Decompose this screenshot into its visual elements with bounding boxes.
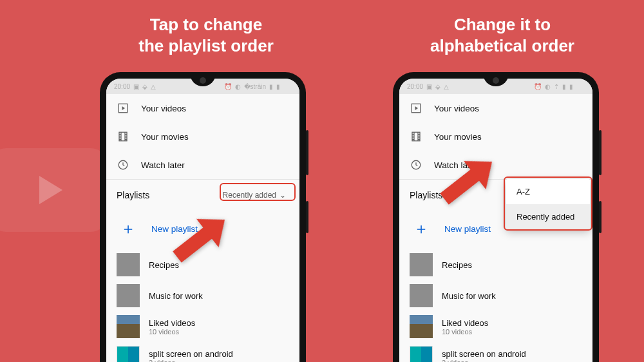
plus-icon: ＋	[117, 217, 140, 240]
sort-label: Recently added	[223, 191, 276, 200]
phone-side-button	[599, 130, 601, 175]
playlist-name: split screen on android	[149, 349, 233, 359]
wifi-icon: �străin	[244, 83, 266, 90]
status-icon: △	[151, 83, 156, 90]
playlist-thumbnail	[410, 253, 433, 276]
caption-text: Tap to change	[150, 15, 262, 34]
clock-icon	[117, 158, 129, 171]
playlist-meta: 10 videos	[442, 328, 488, 336]
playlist-item[interactable]: Liked videos 10 videos	[399, 311, 592, 342]
library-item-label: Watch later	[434, 160, 478, 170]
library-your-videos[interactable]: Your videos	[399, 94, 592, 122]
phone-side-button	[306, 201, 308, 233]
status-icon: △	[444, 83, 449, 90]
screen-right: 20:00 ▣ ⬙ △ ⏰ ◐ ⇡ ▮ ▮ Your videos Yo	[399, 79, 592, 362]
library-your-movies[interactable]: Your movies	[106, 122, 299, 151]
status-time: 20:00	[114, 83, 130, 90]
playlist-item[interactable]: split screen on android 2 videos	[399, 342, 592, 362]
playlist-item[interactable]: Music for work	[106, 280, 299, 311]
playlist-thumbnail	[410, 315, 433, 338]
library-your-videos[interactable]: Your videos	[106, 94, 299, 122]
playlist-name: Recipes	[149, 260, 179, 270]
playlist-item[interactable]: split screen on android 2 videos	[106, 342, 299, 362]
battery-icon: ▮	[276, 83, 280, 90]
library-your-movies[interactable]: Your movies	[399, 122, 592, 151]
phone-side-button	[599, 201, 601, 233]
status-icon: ⬙	[435, 83, 440, 90]
chevron-down-icon: ⌄	[279, 191, 286, 200]
playlist-item[interactable]: Music for work	[399, 280, 592, 311]
playlist-name: split screen on android	[442, 349, 526, 359]
play-box-icon	[117, 102, 129, 115]
playlist-item[interactable]: Recipes	[106, 249, 299, 280]
play-box-icon	[410, 102, 422, 115]
phone-frame-right: 20:00 ▣ ⬙ △ ⏰ ◐ ⇡ ▮ ▮ Your videos Yo	[393, 72, 599, 362]
playlists-header: Playlists Recently added ⌄	[106, 180, 299, 211]
signal-icon: ▮	[562, 83, 566, 90]
status-icon: ⬙	[142, 83, 147, 90]
alarm-icon: ⏰	[534, 83, 542, 90]
playlist-thumbnail	[410, 346, 433, 362]
library-item-label: Your videos	[141, 104, 186, 113]
signal-icon: ▮	[269, 83, 273, 90]
playlist-thumbnail	[117, 315, 140, 338]
sort-option-az[interactable]: A-Z	[506, 179, 590, 204]
caption-text: Change it to	[454, 15, 551, 34]
playlist-meta: 10 videos	[149, 328, 195, 336]
playlists-title: Playlists	[117, 190, 149, 200]
sort-popup: A-Z Recently added	[506, 179, 590, 229]
sort-dropdown[interactable]: Recently added ⌄	[217, 187, 292, 203]
wifi-icon: ⇡	[554, 83, 559, 90]
caption-right: Change it to alphabetical order	[386, 14, 618, 56]
playlist-meta: 2 videos	[149, 359, 233, 363]
caption-text: the playlist order	[138, 36, 274, 55]
phone-frame-left: 20:00 ▣ ⬙ △ ⏰ ◐ �străin ▮ ▮ Your videos	[100, 72, 306, 362]
battery-icon: ▮	[569, 83, 573, 90]
youtube-watermark	[0, 148, 109, 232]
library-item-label: Your movies	[434, 132, 482, 142]
sort-option-recent[interactable]: Recently added	[506, 204, 590, 229]
phone-side-button	[306, 130, 308, 175]
library-item-label: Watch later	[141, 160, 185, 170]
library-watch-later[interactable]: Watch later	[106, 151, 299, 179]
library-item-label: Your videos	[434, 104, 479, 113]
screen-left: 20:00 ▣ ⬙ △ ⏰ ◐ �străin ▮ ▮ Your videos	[106, 79, 299, 362]
new-playlist-label: New playlist	[151, 224, 198, 234]
playlist-name: Liked videos	[149, 318, 195, 328]
status-icon: ▣	[426, 83, 432, 90]
playlist-thumbnail	[117, 253, 140, 276]
status-icon: ▣	[133, 83, 139, 90]
new-playlist-label: New playlist	[444, 224, 491, 234]
playlist-thumbnail	[117, 346, 140, 362]
plus-icon: ＋	[410, 217, 433, 240]
library-item-label: Your movies	[141, 132, 189, 142]
playlist-name: Music for work	[442, 291, 496, 301]
film-icon	[410, 130, 422, 143]
status-icon: ◐	[235, 83, 241, 90]
clock-icon	[410, 158, 422, 171]
playlist-thumbnail	[410, 284, 433, 307]
film-icon	[117, 130, 129, 143]
playlist-item[interactable]: Liked videos 10 videos	[106, 311, 299, 342]
status-time: 20:00	[407, 83, 423, 90]
caption-left: Tap to change the playlist order	[90, 14, 322, 56]
status-icon: ◐	[545, 83, 551, 90]
playlist-name: Recipes	[442, 260, 472, 270]
new-playlist-button[interactable]: ＋ New playlist	[106, 211, 299, 249]
playlist-thumbnail	[117, 284, 140, 307]
playlist-name: Music for work	[149, 291, 203, 301]
playlists-title: Playlists	[410, 190, 442, 200]
caption-text: alphabetical order	[430, 36, 574, 55]
playlist-meta: 2 videos	[442, 359, 526, 363]
playlist-item[interactable]: Recipes	[399, 249, 592, 280]
alarm-icon: ⏰	[224, 83, 232, 90]
library-watch-later[interactable]: Watch later	[399, 151, 592, 179]
playlist-name: Liked videos	[442, 318, 488, 328]
